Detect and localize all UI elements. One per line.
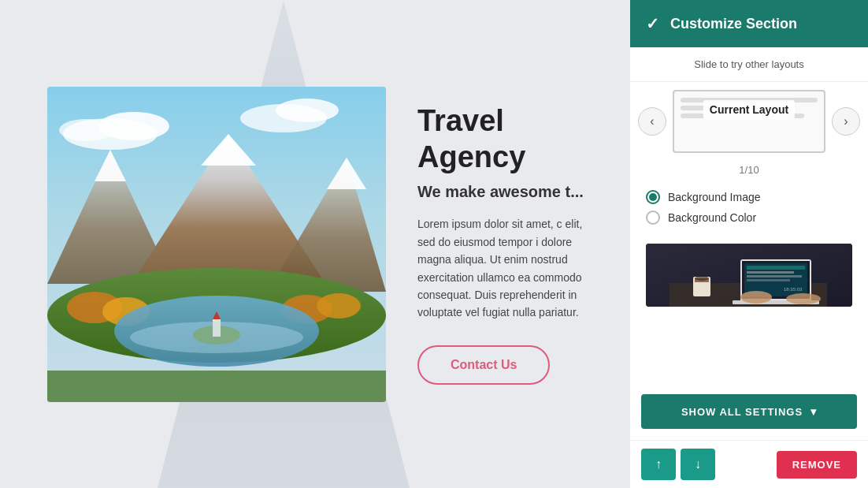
panel-title: Customize Section (670, 16, 797, 32)
hero-title: Travel Agency (417, 103, 599, 175)
customize-panel: ✓ Customize Section Slide to try other l… (630, 0, 868, 488)
bg-image-preview-inner: 18:35:03 (646, 244, 852, 307)
svg-rect-29 (747, 271, 794, 274)
bg-color-option[interactable]: Background Color (646, 210, 852, 225)
hero-image-container (47, 87, 386, 402)
layout-preview: Current Layout (673, 90, 825, 153)
bg-image-option[interactable]: Background Image (646, 190, 852, 204)
svg-rect-22 (47, 371, 386, 402)
current-layout-label: Current Layout (703, 100, 795, 119)
panel-header: ✓ Customize Section (630, 0, 868, 47)
check-icon: ✓ (646, 14, 659, 33)
svg-point-38 (695, 276, 709, 281)
slide-hint: Slide to try other layouts (630, 47, 868, 82)
bg-color-radio[interactable] (646, 210, 660, 225)
bg-image-radio[interactable] (646, 190, 660, 204)
svg-point-21 (130, 322, 303, 353)
svg-point-3 (59, 119, 114, 141)
hero-image (47, 87, 386, 402)
move-down-button[interactable]: ↓ (681, 449, 715, 480)
svg-point-34 (740, 291, 772, 304)
bg-image-preview: 18:35:03 (646, 244, 852, 307)
layout-counter: 1/10 (630, 161, 868, 184)
remove-button[interactable]: REMOVE (777, 451, 857, 479)
show-all-settings-button[interactable]: SHOW ALL SETTINGS ▾ (641, 394, 857, 429)
bottom-actions: ↑ ↓ REMOVE (630, 440, 868, 488)
carousel-next-button[interactable]: › (832, 107, 860, 136)
svg-rect-30 (747, 275, 802, 278)
spacer (630, 316, 868, 394)
svg-rect-31 (747, 279, 790, 281)
move-up-button[interactable]: ↑ (641, 449, 676, 480)
hero-text-area: Travel Agency We make awesome t... Lorem… (417, 103, 599, 385)
chevron-down-icon: ▾ (811, 405, 817, 418)
mountain-svg (47, 87, 386, 402)
background-options: Background Image Background Color (630, 184, 868, 239)
contact-button[interactable]: Contact Us (417, 345, 550, 385)
show-all-label: SHOW ALL SETTINGS (681, 406, 803, 418)
svg-rect-28 (747, 266, 805, 270)
hero-body: Lorem ipsum dolor sit amet, c elit, sed … (417, 215, 599, 321)
bg-color-label: Background Color (668, 211, 756, 224)
desk-scene-svg: 18:35:03 (646, 244, 852, 307)
carousel-prev-button[interactable]: ‹ (638, 107, 666, 136)
svg-point-5 (276, 99, 339, 122)
layout-preview-inner: Current Layout (674, 91, 824, 128)
bg-image-label: Background Image (668, 191, 761, 203)
svg-text:18:35:03: 18:35:03 (784, 287, 803, 292)
hero-subtitle: We make awesome t... (417, 183, 599, 201)
svg-point-16 (317, 293, 361, 319)
layout-carousel: ‹ Current Layout › (630, 82, 868, 161)
main-content: Travel Agency We make awesome t... Lorem… (0, 0, 630, 488)
svg-point-35 (786, 293, 821, 304)
